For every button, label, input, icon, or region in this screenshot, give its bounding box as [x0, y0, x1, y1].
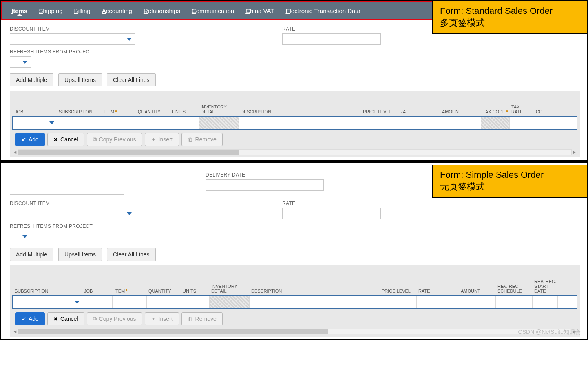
col-header: QUANTITY [147, 289, 181, 295]
horizontal-scrollbar[interactable]: ◄ ► [12, 149, 577, 155]
delivery-date-label: DELIVERY DATE [206, 172, 324, 178]
clear-all-lines-button[interactable]: Clear All Lines [107, 73, 156, 86]
col-header: CO [534, 109, 546, 116]
col-header: UNITS [181, 289, 210, 295]
chevron-down-icon [75, 301, 80, 304]
row-add-button[interactable]: ✔Add [15, 133, 45, 146]
upsell-items-button[interactable]: Upsell Items [58, 248, 102, 261]
grid-cell[interactable] [113, 296, 147, 308]
scroll-left-icon[interactable]: ◄ [12, 149, 18, 155]
grid-cell[interactable] [440, 117, 481, 129]
rate-label: RATE [282, 201, 381, 206]
row-add-button[interactable]: ✔Add [15, 312, 45, 325]
grid-cell[interactable] [459, 296, 496, 308]
items-grid-bottom: SUBSCRIPTIONJOBITEMQUANTITYUNITSINVENTOR… [10, 265, 580, 337]
grid-cell[interactable] [102, 117, 136, 129]
refresh-items-select[interactable] [10, 56, 31, 68]
tab-relationships[interactable]: Relationships [138, 7, 186, 14]
col-header: JOB [13, 109, 57, 116]
tab-communication[interactable]: Communication [186, 7, 240, 14]
grid-cell[interactable] [210, 296, 250, 308]
note-line1: Form: Standard Sales Order [440, 5, 579, 17]
grid-cell[interactable] [361, 117, 398, 129]
delivery-date-field: DELIVERY DATE [206, 172, 324, 191]
grid-cell[interactable] [170, 117, 199, 129]
plus-icon: ＋ [151, 315, 156, 322]
col-header: RATE [398, 109, 440, 116]
discount-item-select[interactable] [10, 208, 135, 219]
tab-items[interactable]: Items [6, 7, 33, 14]
grid-cell[interactable] [13, 296, 82, 308]
copy-icon: ⧉ [93, 136, 97, 143]
col-header: REV. REC. START DATE [533, 279, 558, 295]
row-copy-previous-button[interactable]: ⧉Copy Previous [87, 312, 142, 325]
grid-cell[interactable] [136, 117, 170, 129]
panel-standard-sales-order: ItemsShippingBillingAccountingRelationsh… [0, 0, 588, 161]
grid-cell[interactable] [533, 296, 558, 308]
chevron-down-icon [49, 121, 54, 124]
scroll-left-icon[interactable]: ◄ [12, 329, 18, 334]
grid-cell[interactable] [534, 117, 546, 129]
row-insert-button[interactable]: ＋Insert [145, 133, 179, 146]
refresh-items-select[interactable] [10, 231, 31, 242]
row-cancel-button[interactable]: ✖Cancel [47, 133, 84, 146]
chevron-down-icon [127, 212, 132, 215]
discount-item-label: DISCOUNT ITEM [10, 26, 135, 32]
chevron-down-icon [127, 38, 132, 41]
grid-cell[interactable] [398, 117, 440, 129]
row-insert-button[interactable]: ＋Insert [145, 312, 179, 325]
grid-cell[interactable] [239, 117, 361, 129]
col-header: ITEM [102, 109, 136, 116]
items-grid-top: JOBSUBSCRIPTIONITEMQUANTITYUNITSINVENTOR… [10, 91, 580, 157]
grid-cell[interactable] [481, 117, 510, 129]
grid-cell[interactable] [250, 296, 380, 308]
panel-simple-sales-order: Form: Simple Sales Order 无页签模式 DELIVERY … [0, 163, 588, 340]
upsell-items-button[interactable]: Upsell Items [58, 73, 102, 86]
scroll-right-icon[interactable]: ► [572, 149, 577, 155]
col-header: JOB [82, 289, 113, 295]
note-line2: 无页签模式 [440, 181, 579, 193]
grid-cell[interactable] [57, 117, 102, 129]
copy-icon: ⧉ [93, 316, 97, 322]
rate-input[interactable] [282, 33, 381, 45]
delivery-date-input[interactable] [206, 179, 324, 191]
tab-china-vat[interactable]: China VAT [240, 7, 280, 14]
horizontal-scrollbar[interactable]: ◄ ► [12, 329, 577, 334]
row-remove-button[interactable]: 🗑Remove [181, 312, 223, 325]
trash-icon: 🗑 [188, 316, 193, 322]
grid-cell[interactable] [510, 117, 534, 129]
grid-cell[interactable] [199, 117, 239, 129]
row-cancel-button[interactable]: ✖Cancel [47, 312, 84, 325]
row-remove-button[interactable]: 🗑Remove [181, 133, 223, 146]
grid-cell[interactable] [417, 296, 459, 308]
col-header: SUBSCRIPTION [57, 109, 102, 116]
col-header: REV. REC. SCHEDULE [496, 284, 533, 295]
tab-billing[interactable]: Billing [69, 7, 96, 14]
refresh-items-field: REFRESH ITEMS FROM PROJECT [10, 49, 580, 68]
add-multiple-button[interactable]: Add Multiple [10, 248, 53, 261]
tab-electronic-transaction-data[interactable]: Electronic Transaction Data [280, 7, 366, 14]
watermark: CSDN @NetSuite知识会 [518, 329, 581, 336]
col-header: SUBSCRIPTION [13, 289, 82, 295]
add-multiple-button[interactable]: Add Multiple [10, 73, 53, 86]
col-header: AMOUNT [440, 109, 481, 116]
rate-input[interactable] [282, 208, 381, 219]
chevron-down-icon [22, 235, 27, 238]
grid-cell[interactable] [147, 296, 181, 308]
grid-cell[interactable] [380, 296, 417, 308]
rate-label: RATE [282, 26, 381, 32]
grid-cell[interactable] [496, 296, 533, 308]
tab-shipping[interactable]: Shipping [33, 7, 68, 14]
refresh-label: REFRESH ITEMS FROM PROJECT [10, 223, 580, 229]
tab-accounting[interactable]: Accounting [96, 7, 138, 14]
memo-textarea[interactable] [10, 172, 124, 195]
clear-all-lines-button[interactable]: Clear All Lines [107, 248, 156, 261]
plus-icon: ＋ [151, 136, 156, 143]
row-copy-previous-button[interactable]: ⧉Copy Previous [87, 133, 142, 146]
grid-cell[interactable] [82, 296, 113, 308]
grid-cell[interactable] [13, 117, 57, 129]
col-header: DESCRIPTION [250, 289, 380, 295]
check-icon: ✔ [22, 316, 26, 322]
grid-cell[interactable] [181, 296, 210, 308]
discount-item-select[interactable] [10, 33, 135, 45]
